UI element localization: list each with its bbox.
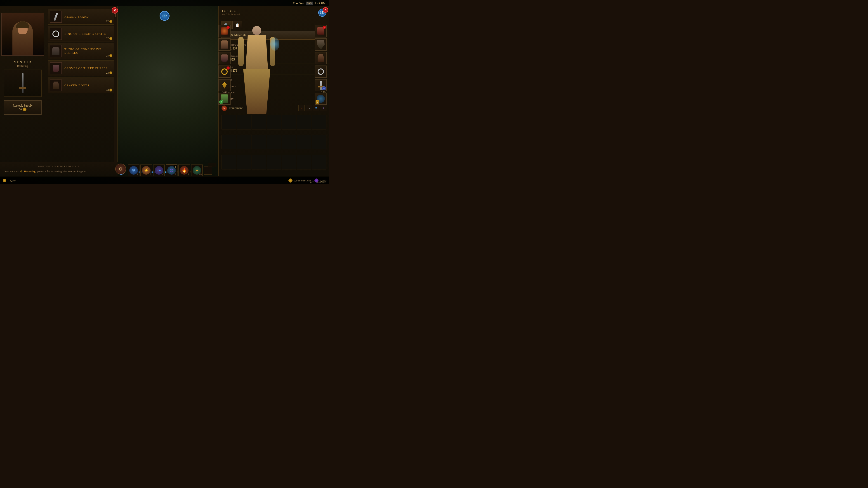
equip-slot-21[interactable]: [312, 155, 327, 169]
shield-filter-icon: 🛡: [307, 106, 310, 110]
vendor-weapon-display: [4, 70, 41, 97]
tab-info[interactable]: 📋: [232, 21, 242, 29]
filter-misc[interactable]: ✦: [320, 105, 327, 111]
equip-slot-19[interactable]: [282, 155, 296, 169]
level-number: 137: [160, 11, 169, 21]
equip-slot-18[interactable]: [267, 155, 281, 169]
equip-slot-4[interactable]: [267, 115, 281, 129]
hotbar-slot-z[interactable]: Z: [128, 164, 140, 176]
equip-slot-8[interactable]: [221, 135, 236, 150]
equip-slot-6[interactable]: [297, 115, 311, 129]
filter-potion[interactable]: ⚗: [313, 105, 319, 111]
equip-slot-14[interactable]: [312, 135, 327, 150]
item-icon: [50, 11, 62, 23]
dexterity-row: Dexterity 382: [219, 96, 329, 102]
equip-slot-offhand[interactable]: ✦: [218, 93, 230, 105]
equip-slot-shoulders[interactable]: !: [315, 25, 327, 37]
equip-slot-weapon[interactable]: ✦: [315, 79, 327, 91]
gem-badge: ✦: [219, 100, 223, 104]
action-icon: ⚙: [119, 166, 123, 172]
filter-weapon[interactable]: ⚔: [298, 105, 305, 111]
equip-slot-9[interactable]: [237, 135, 251, 150]
hotbar-slot-q[interactable]: Q: [141, 164, 152, 176]
filter-shield[interactable]: 🛡: [306, 105, 312, 111]
top-bar: The Den TAB 7:42 PM: [0, 0, 329, 6]
hotbar-slot-w[interactable]: W: [153, 164, 165, 176]
scroll-bar[interactable]: [114, 7, 117, 176]
equip-slot-amulet[interactable]: [218, 79, 230, 91]
strength-label: Strength: [222, 78, 321, 82]
item-cost: 25: [106, 54, 112, 57]
coin-icon: [23, 107, 26, 111]
bartering-section: BARTERING UPGRADES 8/8 Improve your ⚙ Ba…: [0, 162, 118, 176]
equip-slot-11[interactable]: [267, 135, 281, 150]
strength-row: Strength 184: [219, 76, 329, 83]
restock-button[interactable]: Restock Supply 50: [4, 100, 41, 115]
hotbar: 137 Z Q W E 3 R M4 T: [117, 164, 212, 176]
upgrade-badge-3: !: [323, 26, 326, 29]
pants-icon: [317, 40, 324, 49]
equip-slot-chest[interactable]: [218, 38, 230, 51]
amulet-icon: [222, 82, 227, 89]
willpower-label: Willpower: [222, 91, 321, 94]
equip-slot-17[interactable]: [252, 155, 266, 169]
cost-coin: [110, 71, 112, 74]
potion-filter-icon: ⚗: [315, 106, 317, 110]
skill-stack-badge: 3: [174, 165, 177, 168]
equip-slot-10[interactable]: [252, 135, 266, 150]
item-tunic[interactable]: TUNIC OF CONCUSSIVE STRIKES 25: [48, 43, 114, 59]
primary-stats: Attack Power 1,837 Armor 855 Life 4,276: [219, 41, 329, 74]
hotbar-slot-t[interactable]: T: [204, 166, 212, 175]
equip-slot-1[interactable]: [221, 115, 236, 129]
boot-icon: [318, 54, 324, 62]
equip-slot-16[interactable]: [237, 155, 251, 169]
equipment-filters: ⚔ 🛡 ⚗ ✦: [298, 105, 327, 111]
gold-icon: [288, 178, 292, 183]
map-level-badge: 137: [160, 11, 169, 21]
intelligence-label: Intelligence: [222, 84, 319, 88]
equip-slot-gloves-l[interactable]: [218, 52, 230, 64]
item-icon: [50, 79, 62, 91]
vendor-mode: Bartering: [14, 64, 32, 68]
glove-icon: [221, 55, 228, 62]
equip-slot-15[interactable]: [221, 155, 236, 169]
equip-slot-ring1[interactable]: !: [218, 66, 230, 78]
close-button[interactable]: ✕: [112, 7, 118, 13]
item-gloves[interactable]: GLOVES OF THREE CURSES 23: [48, 60, 114, 76]
item-ring[interactable]: RING OF PIERCING STATIC 27: [48, 26, 114, 42]
right-panel-close[interactable]: ✕: [323, 7, 328, 13]
cost-coin: [110, 54, 112, 57]
equip-slot-focus[interactable]: ●: [315, 93, 327, 105]
equip-slot-boots-r[interactable]: [315, 52, 327, 64]
special-action-button[interactable]: ⚙: [115, 164, 126, 174]
hotbar-slot-e[interactable]: E 3: [166, 164, 178, 176]
platform-badge: TAB: [306, 2, 313, 5]
equip-slot-3[interactable]: [252, 115, 266, 129]
scroll-map-button[interactable]: —: [208, 163, 216, 167]
item-icon: [50, 28, 62, 40]
item-icon: [50, 62, 62, 74]
vendor-portrait: [1, 13, 44, 56]
equip-slot-helmet[interactable]: !: [218, 25, 230, 37]
equip-slot-5[interactable]: [282, 115, 296, 129]
item-boots[interactable]: CRAVEN BOOTS 23: [48, 77, 114, 93]
weapon-filter-icon: ⚔: [300, 106, 303, 110]
hotbar-slot-r[interactable]: R: [178, 164, 190, 176]
item-heroic-shard[interactable]: HEROIC SHARD 12: [48, 9, 114, 25]
equip-slot-12[interactable]: [282, 135, 296, 150]
equip-slot-ring2[interactable]: [315, 66, 327, 78]
hotbar-slot-m4[interactable]: M4: [191, 164, 203, 176]
equip-slot-13[interactable]: [297, 135, 311, 150]
player-action-area: ⚙: [115, 164, 126, 174]
equip-slot-7[interactable]: [312, 115, 327, 129]
focus-gem: ●: [315, 100, 319, 104]
equip-slot-2[interactable]: [237, 115, 251, 129]
equip-slot-20[interactable]: [297, 155, 311, 169]
stats-materials-button[interactable]: Stats & Materials: [221, 31, 327, 39]
equip-slot-pants[interactable]: [315, 38, 327, 51]
vendor-title: VENDOR: [14, 60, 32, 64]
watermark-text: ◆ THEGAMER: [309, 181, 327, 184]
time-display: 7:42 PM: [315, 2, 326, 5]
bartering-icon-inline: ⚙: [20, 170, 23, 173]
equipment-section: ⚔ Equipment ⚔ 🛡 ⚗ ✦: [219, 103, 329, 113]
